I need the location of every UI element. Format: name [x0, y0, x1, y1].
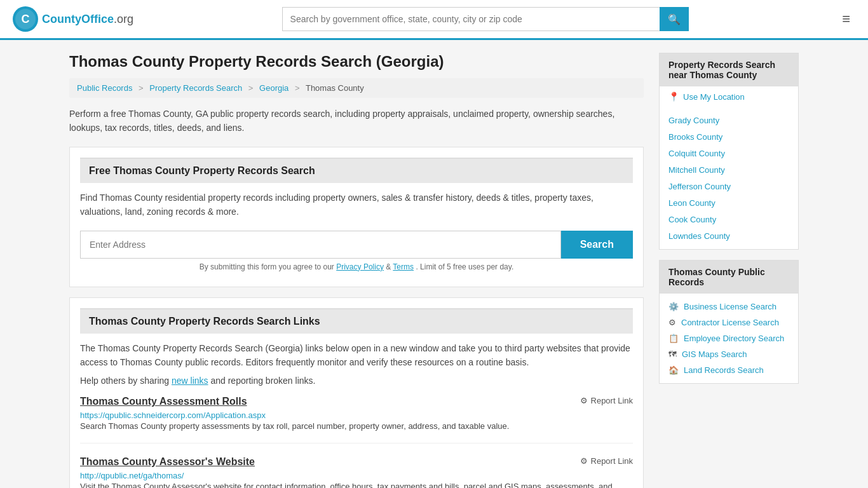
form-note-suffix: . Limit of 5 free uses per day. [416, 262, 513, 271]
nearby-counties-list: Grady County Brooks County Colquitt Coun… [660, 107, 798, 249]
breadcrumb-property-records-search[interactable]: Property Records Search [149, 83, 242, 93]
nearby-county-colquitt: Colquitt County [660, 145, 798, 161]
terms-link[interactable]: Terms [393, 262, 414, 271]
nearby-county-cook: Cook County [660, 211, 798, 227]
public-records-employee-directory: 📋 Employee Directory Search [660, 330, 798, 346]
employee-directory-icon: 📋 [668, 334, 679, 343]
public-records-section: Thomas County Public Records ⚙️ Business… [659, 260, 799, 384]
employee-directory-link[interactable]: Employee Directory Search [684, 334, 784, 343]
resource-url-1[interactable]: https://qpublic.schneidercorp.com/Applic… [80, 410, 266, 420]
page-container: Thomas County Property Records Search (G… [59, 40, 809, 488]
contractor-license-link[interactable]: Contractor License Search [681, 318, 779, 327]
business-license-icon: ⚙️ [668, 302, 679, 311]
hamburger-icon: ≡ [842, 11, 850, 27]
header-search-button[interactable]: 🔍 [660, 7, 689, 31]
resource-title-1[interactable]: Thomas County Assessment Rolls [80, 396, 247, 407]
report-link-button-1[interactable]: ⚙ Report Link [580, 396, 633, 405]
address-search-area: Search By submitting this form you agree… [80, 231, 633, 271]
nearby-county-lowndes-link[interactable]: Lowndes County [668, 231, 730, 241]
address-input[interactable] [80, 231, 561, 259]
nearby-county-grady: Grady County [660, 112, 798, 128]
public-records-business-license: ⚙️ Business License Search [660, 299, 798, 315]
form-note-prefix: By submitting this form you agree to our [200, 262, 336, 271]
resource-title-2[interactable]: Thomas County Assessor's Website [80, 456, 255, 468]
nearby-county-mitchell-link[interactable]: Mitchell County [668, 165, 725, 175]
breadcrumb-sep-2: > [248, 83, 254, 93]
main-content: Thomas County Property Records Search (G… [69, 53, 644, 488]
nearby-section-heading: Property Records Search near Thomas Coun… [660, 53, 798, 86]
breadcrumb-sep-3: > [295, 83, 300, 93]
site-header: C CountyOffice.org 🔍 ≡ [0, 0, 868, 40]
use-my-location-link[interactable]: Use My Location [683, 92, 745, 102]
resource-desc-1: Search Thomas County property assessment… [80, 420, 633, 433]
logo-icon: C [13, 6, 38, 32]
privacy-policy-link[interactable]: Privacy Policy [336, 262, 384, 271]
public-records-list: ⚙️ Business License Search ⚙ Contractor … [660, 294, 798, 383]
svg-text:C: C [22, 13, 30, 25]
share-note-prefix: Help others by sharing [80, 376, 172, 386]
nearby-county-lowndes: Lowndes County [660, 227, 798, 244]
report-link-label-2: Report Link [591, 456, 633, 466]
location-pin-icon: 📍 [668, 92, 679, 102]
resource-card-2: Thomas County Assessor's Website ⚙ Repor… [80, 456, 633, 488]
nearby-section: Property Records Search near Thomas Coun… [659, 53, 799, 250]
links-section-heading: Thomas County Property Records Search Li… [80, 308, 633, 334]
new-links-link[interactable]: new links [172, 376, 208, 386]
menu-button[interactable]: ≡ [837, 8, 855, 30]
logo-suffix: .org [114, 13, 133, 25]
public-records-section-heading: Thomas County Public Records [660, 261, 798, 294]
logo: C CountyOffice.org [13, 6, 133, 32]
page-description: Perform a free Thomas County, GA public … [69, 107, 644, 135]
logo-text: CountyOffice [42, 13, 114, 25]
resource-card-header-2: Thomas County Assessor's Website ⚙ Repor… [80, 456, 633, 468]
share-note-suffix: and reporting broken links. [210, 376, 315, 386]
address-search-row: Search [80, 231, 633, 259]
land-records-link[interactable]: Land Records Search [684, 365, 764, 375]
gis-maps-link[interactable]: GIS Maps Search [682, 349, 747, 359]
form-note-and: & [386, 262, 393, 271]
nearby-county-brooks-link[interactable]: Brooks County [668, 132, 722, 142]
form-note: By submitting this form you agree to our… [80, 262, 633, 271]
page-title: Thomas County Property Records Search (G… [69, 53, 644, 71]
nearby-county-leon: Leon County [660, 194, 798, 211]
gis-maps-icon: 🗺 [668, 349, 677, 359]
nearby-county-jefferson: Jefferson County [660, 178, 798, 194]
nearby-county-brooks: Brooks County [660, 128, 798, 145]
breadcrumb-thomas-county: Thomas County [306, 83, 364, 93]
use-my-location-item: 📍 Use My Location [660, 86, 798, 107]
free-search-heading: Free Thomas County Property Records Sear… [80, 158, 633, 183]
nearby-county-cook-link[interactable]: Cook County [668, 215, 716, 224]
report-link-button-2[interactable]: ⚙ Report Link [580, 456, 633, 466]
breadcrumb-georgia[interactable]: Georgia [259, 83, 288, 93]
breadcrumb: Public Records > Property Records Search… [69, 78, 644, 98]
report-link-label-1: Report Link [591, 396, 633, 405]
breadcrumb-sep-1: > [139, 83, 144, 93]
nearby-county-mitchell: Mitchell County [660, 161, 798, 178]
contractor-license-icon: ⚙ [668, 318, 676, 327]
resource-url-2[interactable]: http://qpublic.net/ga/thomas/ [80, 471, 184, 480]
nearby-county-leon-link[interactable]: Leon County [668, 198, 715, 208]
sidebar: Property Records Search near Thomas Coun… [659, 53, 799, 488]
links-description: The Thomas County Property Records Searc… [80, 341, 633, 370]
header-search-area: 🔍 [282, 7, 689, 31]
land-records-icon: 🏠 [668, 365, 679, 375]
public-records-contractor-license: ⚙ Contractor License Search [660, 315, 798, 330]
links-section: Thomas County Property Records Search Li… [69, 297, 644, 488]
business-license-link[interactable]: Business License Search [684, 302, 776, 311]
search-icon: 🔍 [668, 14, 681, 25]
breadcrumb-public-records[interactable]: Public Records [77, 83, 132, 93]
header-search-input[interactable] [282, 7, 660, 31]
public-records-gis-maps: 🗺 GIS Maps Search [660, 346, 798, 362]
public-records-land-records: 🏠 Land Records Search [660, 362, 798, 378]
report-link-icon-1: ⚙ [580, 396, 588, 405]
resource-desc-2: Visit the Thomas County Assessor's websi… [80, 480, 633, 488]
free-search-section: Free Thomas County Property Records Sear… [69, 147, 644, 287]
nearby-county-grady-link[interactable]: Grady County [668, 116, 719, 125]
nearby-county-jefferson-link[interactable]: Jefferson County [668, 182, 731, 191]
search-submit-button[interactable]: Search [561, 231, 633, 259]
report-link-icon-2: ⚙ [580, 456, 588, 466]
resource-card-1: Thomas County Assessment Rolls ⚙ Report … [80, 396, 633, 444]
free-search-description: Find Thomas County residential property … [80, 191, 633, 219]
share-note: Help others by sharing new links and rep… [80, 376, 633, 386]
nearby-county-colquitt-link[interactable]: Colquitt County [668, 149, 725, 158]
